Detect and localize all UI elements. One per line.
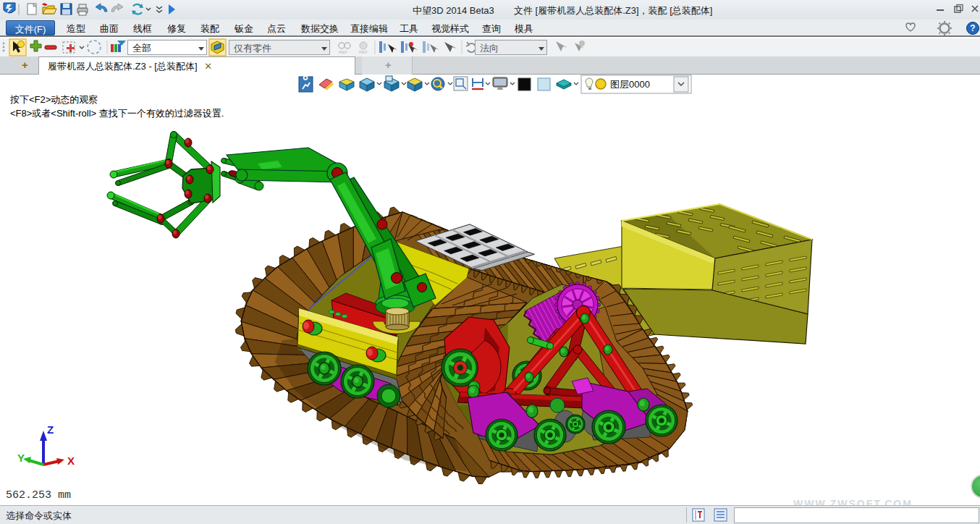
- svg-text:Y: Y: [17, 452, 25, 464]
- svg-text:X: X: [67, 455, 75, 467]
- svg-text:REF: REF: [339, 50, 347, 54]
- svg-text:Z: Z: [47, 423, 54, 436]
- svg-text:?: ?: [970, 23, 975, 33]
- svg-text:REF: REF: [359, 50, 368, 54]
